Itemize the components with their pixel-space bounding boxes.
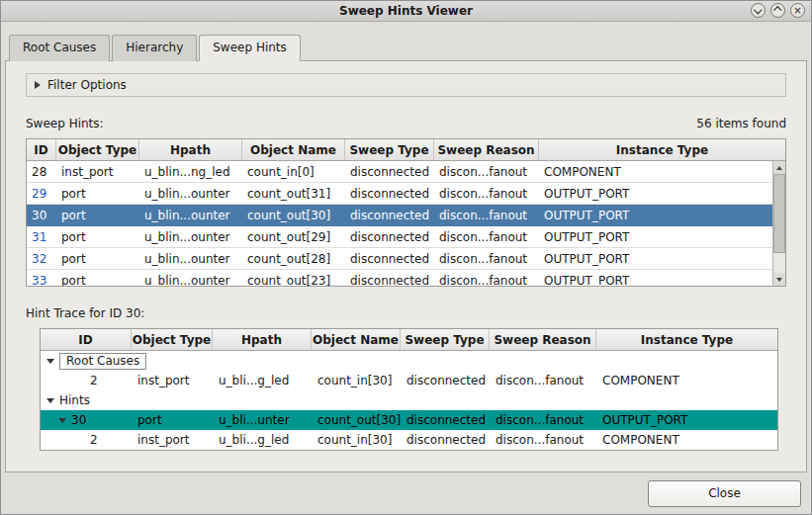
sweep-hints-header-row: Sweep Hints: 56 items found <box>26 117 786 130</box>
id-cell: 2 <box>41 374 132 387</box>
object-name-cell: count_out[29] <box>242 230 345 244</box>
object-name-cell: count_in[30] <box>312 374 401 387</box>
id-cell: 28 <box>27 165 56 179</box>
tree-group-hints[interactable]: Hints <box>41 390 777 410</box>
instance-type-cell: OUTPUT_PORT <box>539 252 772 266</box>
object-name-cell: count_in[30] <box>312 433 401 447</box>
object-type-cell: inst_port <box>132 433 213 447</box>
instance-type-cell: OUTPUT_PORT <box>539 187 772 201</box>
sweep-hints-table-header: ID Object Type Hpath Object Name Sweep T… <box>27 139 785 161</box>
column-header-id[interactable]: ID <box>41 329 132 350</box>
tree-group-root-causes[interactable]: Root Causes <box>41 351 777 371</box>
vertical-scrollbar[interactable] <box>772 161 785 286</box>
sweep-type-cell: disconnected <box>345 165 434 179</box>
chevron-up-icon <box>773 6 781 14</box>
sweep-reason-cell: discon...fanout <box>434 165 539 179</box>
sweep-type-cell: disconnected <box>401 433 490 447</box>
id-cell: 32 <box>27 252 56 266</box>
unshade-button[interactable] <box>770 3 785 18</box>
column-header-instance-type[interactable]: Instance Type <box>596 329 777 350</box>
sweep-type-cell: disconnected <box>401 413 490 427</box>
column-header-object-type[interactable]: Object Type <box>56 139 139 160</box>
close-window-button[interactable]: × <box>790 3 805 18</box>
object-name-cell: count_out[30] <box>242 209 345 222</box>
hpath-cell: u_blin...ounter <box>139 274 242 288</box>
object-type-cell: port <box>56 230 139 244</box>
column-header-object-type[interactable]: Object Type <box>132 329 213 350</box>
hpath-cell: u_blin...ng_led <box>139 165 242 179</box>
hpath-cell: u_bli...g_led <box>213 433 312 447</box>
items-found-count: 56 items found <box>696 117 786 130</box>
scroll-down-button[interactable] <box>773 273 785 286</box>
expander-arrow-icon <box>35 81 41 89</box>
hpath-cell: u_blin...ounter <box>139 252 242 266</box>
column-header-hpath[interactable]: Hpath <box>139 139 242 160</box>
window-controls: × <box>751 3 805 18</box>
object-type-cell: port <box>56 187 139 201</box>
column-header-instance-type[interactable]: Instance Type <box>539 139 785 160</box>
tab-bar: Root Causes Hierarchy Sweep Hints <box>1 22 811 61</box>
sweep-type-cell: disconnected <box>345 274 434 288</box>
table-row-selected[interactable]: 30 port u_blin...ounter count_out[30] di… <box>27 205 772 226</box>
tree-expand-icon <box>46 359 54 364</box>
tab-sweep-hints[interactable]: Sweep Hints <box>199 35 301 61</box>
object-type-cell: port <box>56 274 139 288</box>
object-name-cell: count_out[30] <box>312 413 401 427</box>
sweep-reason-cell: discon...fanout <box>434 252 539 266</box>
column-header-sweep-reason[interactable]: Sweep Reason <box>490 329 596 350</box>
tree-row[interactable]: 2 inst_port u_bli...g_led count_in[30] d… <box>41 371 777 390</box>
sweep-reason-cell: discon...fanout <box>434 230 539 244</box>
tab-root-causes[interactable]: Root Causes <box>9 35 110 61</box>
tree-expand-icon <box>58 418 66 423</box>
column-header-sweep-reason[interactable]: Sweep Reason <box>434 139 539 160</box>
group-label-root-causes: Root Causes <box>59 353 146 370</box>
column-header-sweep-type[interactable]: Sweep Type <box>345 139 434 160</box>
scroll-up-button[interactable] <box>773 161 785 174</box>
titlebar[interactable]: Sweep Hints Viewer × <box>1 1 811 22</box>
object-type-cell: inst_port <box>132 374 213 387</box>
close-button[interactable]: Close <box>648 480 801 507</box>
id-cell: 29 <box>27 187 56 201</box>
hpath-cell: u_bli...g_led <box>213 374 312 387</box>
sweep-type-cell: disconnected <box>345 187 434 201</box>
tree-row[interactable]: 2 inst_port u_bli...g_led count_in[30] d… <box>41 430 777 450</box>
close-icon: × <box>793 6 801 16</box>
table-row[interactable]: 31 port u_blin...ounter count_out[29] di… <box>27 226 772 248</box>
arrow-up-icon <box>776 166 782 170</box>
scrollbar-track[interactable] <box>773 174 785 273</box>
hpath-cell: u_blin...ounter <box>139 209 242 222</box>
table-row[interactable]: 28 inst_port u_blin...ng_led count_in[0]… <box>27 161 772 183</box>
shade-button[interactable] <box>751 3 766 18</box>
sweep-type-cell: disconnected <box>401 374 490 387</box>
sweep-type-cell: disconnected <box>345 252 434 266</box>
filter-options-expander[interactable]: Filter Options <box>26 73 786 97</box>
table-row[interactable]: 29 port u_blin...ounter count_out[31] di… <box>27 183 772 205</box>
column-header-sweep-type[interactable]: Sweep Type <box>401 329 490 350</box>
instance-type-cell: OUTPUT_PORT <box>539 274 772 288</box>
sweep-type-cell: disconnected <box>345 230 434 244</box>
tree-row-selected[interactable]: 30 port u_bli...unter count_out[30] disc… <box>41 410 777 430</box>
id-cell: 33 <box>27 274 56 288</box>
column-header-id[interactable]: ID <box>27 139 56 160</box>
instance-type-cell: COMPONENT <box>596 374 777 387</box>
column-header-hpath[interactable]: Hpath <box>213 329 312 350</box>
sweep-hints-label: Sweep Hints: <box>26 117 104 130</box>
instance-type-cell: COMPONENT <box>596 433 777 447</box>
object-name-cell: count_out[31] <box>242 187 345 201</box>
id-value: 30 <box>71 413 86 427</box>
table-row[interactable]: 33 port u_blin...ounter count_out[23] di… <box>27 270 772 287</box>
sweep-reason-cell: discon...fanout <box>490 433 596 447</box>
tab-hierarchy[interactable]: Hierarchy <box>112 35 197 61</box>
table-row[interactable]: 32 port u_blin...ounter count_out[28] di… <box>27 248 772 270</box>
hpath-cell: u_blin...ounter <box>139 230 242 244</box>
footer: Close <box>1 472 811 514</box>
id-cell: 30 <box>27 209 56 222</box>
column-header-object-name[interactable]: Object Name <box>312 329 401 350</box>
sweep-type-cell: disconnected <box>345 209 434 222</box>
group-label-hints: Hints <box>59 393 90 407</box>
sweep-reason-cell: discon...fanout <box>434 209 539 222</box>
tab-content: Filter Options Sweep Hints: 56 items fou… <box>5 60 807 472</box>
sweep-reason-cell: discon...fanout <box>434 274 539 288</box>
scrollbar-thumb[interactable] <box>773 174 785 253</box>
column-header-object-name[interactable]: Object Name <box>242 139 345 160</box>
